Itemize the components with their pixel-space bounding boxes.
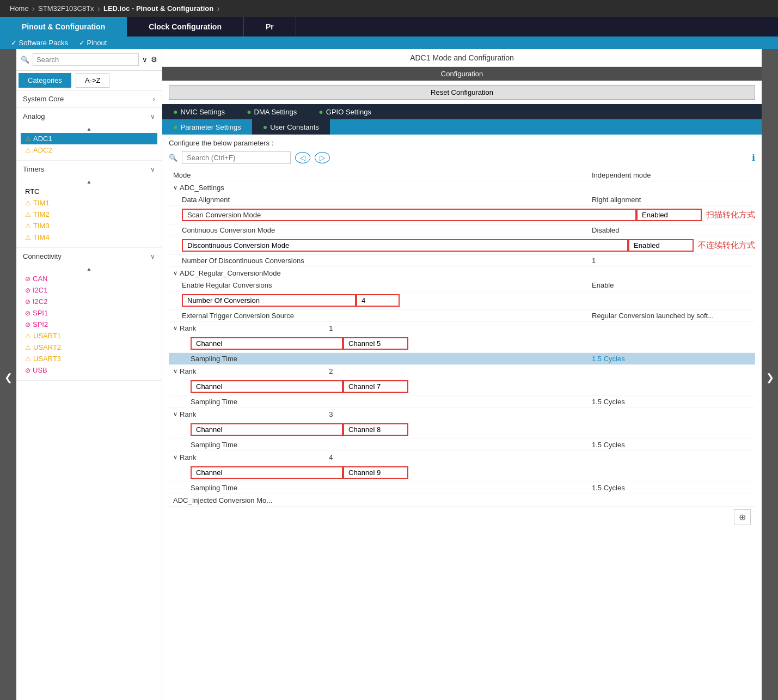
sub-tab-pinout[interactable]: ✓ Pinout bbox=[79, 39, 107, 47]
tab-pinout[interactable]: Pinout & Configuration bbox=[0, 17, 127, 36]
settings-tab-gpio[interactable]: ● GPIO Settings bbox=[308, 104, 382, 119]
analog-label: Analog bbox=[23, 112, 45, 120]
tab-project[interactable]: Pr bbox=[244, 17, 296, 36]
adc2-warning-icon: ⚠ bbox=[25, 147, 31, 154]
adc-regular-section-label[interactable]: ∨ ADC_Regular_ConversionMode bbox=[169, 267, 755, 279]
connectivity-scroll: ▲ bbox=[21, 265, 157, 273]
settings-tab-dma[interactable]: ● DMA Settings bbox=[236, 104, 308, 119]
rank4-chevron: ∨ bbox=[173, 454, 177, 461]
settings-tabs-row2: ● Parameter Settings ● User Constants bbox=[162, 119, 762, 135]
sidebar-item-tim1[interactable]: ⚠ TIM1 bbox=[21, 197, 157, 209]
rank4-value: 4 bbox=[329, 453, 333, 461]
sidebar-tab-az[interactable]: A->Z bbox=[76, 73, 110, 88]
rank1-label: Rank bbox=[180, 324, 196, 332]
sidebar-item-can[interactable]: ⊘ CAN bbox=[21, 273, 157, 284]
breadcrumb-home[interactable]: Home bbox=[7, 3, 32, 14]
connectivity-scroll-up[interactable]: ▲ bbox=[87, 266, 92, 272]
rank4-section-label[interactable]: ∨ Rank 4 bbox=[169, 451, 755, 464]
usart1-label: USART1 bbox=[33, 332, 61, 340]
sidebar-item-i2c2[interactable]: ⊘ I2C2 bbox=[21, 296, 157, 307]
adc-settings-label: ADC_Settings bbox=[180, 184, 224, 192]
analog-scroll-up[interactable]: ▲ bbox=[87, 126, 92, 132]
usb-label: USB bbox=[33, 366, 47, 374]
rank2-label: Rank bbox=[180, 367, 196, 375]
sidebar-item-i2c1[interactable]: ⊘ I2C1 bbox=[21, 284, 157, 296]
rtc-label: RTC bbox=[25, 187, 39, 196]
timers-scroll-up[interactable]: ▲ bbox=[87, 179, 92, 185]
rank1-channel-value: Channel 5 bbox=[343, 337, 408, 350]
rank1-section-label[interactable]: ∨ Rank 1 bbox=[169, 322, 755, 334]
main-layout: ❮ 🔍 ∨ ⚙ Categories A->Z System Core › bbox=[0, 49, 778, 700]
enable-regular-value: Enable bbox=[592, 281, 755, 289]
sidebar-item-adc2[interactable]: ⚠ ADC2 bbox=[21, 144, 157, 156]
param-search-input[interactable] bbox=[182, 151, 291, 164]
sidebar-item-rtc[interactable]: RTC bbox=[21, 186, 157, 197]
right-arrow-button[interactable]: ❯ bbox=[762, 49, 778, 700]
settings-tab-user-constants[interactable]: ● User Constants bbox=[252, 119, 330, 135]
rank2-channel-value: Channel 7 bbox=[343, 380, 408, 393]
dma-check-icon: ● bbox=[247, 107, 251, 116]
adc-injected-section-label[interactable]: ADC_Injected Conversion Mo... bbox=[169, 494, 755, 507]
adc2-label: ADC2 bbox=[33, 146, 52, 154]
num-conversion-label: Number Of Conversion bbox=[182, 294, 356, 307]
settings-gear-icon[interactable]: ⚙ bbox=[151, 56, 157, 64]
rank2-sampling-value: 1.5 Cycles bbox=[592, 398, 755, 406]
sidebar-item-spi1[interactable]: ⊘ SPI1 bbox=[21, 307, 157, 319]
rank2-sampling-label: Sampling Time bbox=[169, 398, 592, 406]
param-row-continuous: Continuous Conversion Mode Disabled bbox=[169, 224, 755, 236]
sidebar-tab-categories[interactable]: Categories bbox=[19, 73, 71, 88]
sidebar-item-tim4[interactable]: ⚠ TIM4 bbox=[21, 232, 157, 243]
settings-tab-nvic[interactable]: ● NVIC Settings bbox=[162, 104, 236, 119]
rank4-label: Rank bbox=[180, 453, 196, 461]
sidebar-item-tim2[interactable]: ⚠ TIM2 bbox=[21, 209, 157, 220]
search-input[interactable] bbox=[33, 53, 139, 66]
zoom-in-button[interactable]: ⊕ bbox=[734, 509, 751, 525]
sidebar-section-timers: Timers ∨ ▲ RTC ⚠ TIM1 ⚠ bbox=[16, 161, 162, 248]
param-panel: Configure the below parameters : 🔍 ◁ ▷ ℹ… bbox=[162, 135, 762, 700]
rank1-sampling-value: 1.5 Cycles bbox=[592, 355, 755, 363]
sidebar-item-spi2[interactable]: ⊘ SPI2 bbox=[21, 319, 157, 330]
tab-clock[interactable]: Clock Configuration bbox=[127, 17, 244, 36]
search-dropdown-icon[interactable]: ∨ bbox=[142, 56, 148, 64]
connectivity-chevron: ∨ bbox=[150, 253, 155, 260]
rank1-channel-label: Channel bbox=[191, 337, 343, 350]
param-row-rank1-sampling: Sampling Time 1.5 Cycles bbox=[169, 353, 755, 365]
search-next-button[interactable]: ▷ bbox=[315, 152, 330, 163]
param-header-text: Configure the below parameters : bbox=[169, 139, 755, 147]
sidebar-section-header-system-core[interactable]: System Core › bbox=[16, 90, 162, 107]
sidebar-item-usart2[interactable]: ⚠ USART2 bbox=[21, 342, 157, 353]
left-arrow-button[interactable]: ❮ bbox=[0, 49, 16, 700]
sidebar-item-usart3[interactable]: ⚠ USART3 bbox=[21, 353, 157, 364]
num-conversion-value: 4 bbox=[356, 294, 400, 307]
gpio-check-icon: ● bbox=[318, 107, 323, 116]
timers-items: ▲ RTC ⚠ TIM1 ⚠ TIM2 ⚠ TIM3 bbox=[16, 178, 162, 247]
breadcrumb-device[interactable]: STM32F103C8Tx bbox=[35, 3, 97, 14]
adc-settings-section-label[interactable]: ∨ ADC_Settings bbox=[169, 181, 755, 194]
sidebar-section-header-analog[interactable]: Analog ∨ bbox=[16, 108, 162, 125]
settings-tab-parameter[interactable]: ● Parameter Settings bbox=[162, 119, 252, 135]
analog-chevron: ∨ bbox=[150, 113, 155, 120]
continuous-value: Disabled bbox=[592, 226, 755, 234]
discontinuous-annotation: 不连续转化方式 bbox=[698, 240, 755, 251]
rank3-channel-label: Channel bbox=[191, 423, 343, 436]
rank3-section-label[interactable]: ∨ Rank 3 bbox=[169, 408, 755, 421]
param-row-rank4-sampling: Sampling Time 1.5 Cycles bbox=[169, 482, 755, 494]
sidebar-section-header-connectivity[interactable]: Connectivity ∨ bbox=[16, 248, 162, 265]
rank3-chevron: ∨ bbox=[173, 411, 177, 418]
rank2-section-label[interactable]: ∨ Rank 2 bbox=[169, 365, 755, 378]
reset-configuration-button[interactable]: Reset Configuration bbox=[169, 85, 755, 100]
user-const-tab-label: User Constants bbox=[270, 123, 319, 131]
sub-tab-software-packs[interactable]: ✓ Software Packs bbox=[11, 39, 68, 47]
scan-conversion-annotation: 扫描转化方式 bbox=[706, 210, 755, 220]
rank3-sampling-value: 1.5 Cycles bbox=[592, 441, 755, 449]
param-tab-label: Parameter Settings bbox=[180, 123, 241, 131]
rank3-channel-value: Channel 8 bbox=[343, 423, 408, 436]
sidebar-item-tim3[interactable]: ⚠ TIM3 bbox=[21, 220, 157, 232]
sidebar-item-usb[interactable]: ⊘ USB bbox=[21, 364, 157, 376]
search-prev-button[interactable]: ◁ bbox=[295, 152, 310, 163]
usart2-label: USART2 bbox=[33, 343, 61, 351]
sidebar-item-adc1[interactable]: ⚠ ADC1 bbox=[21, 133, 157, 144]
sidebar-section-header-timers[interactable]: Timers ∨ bbox=[16, 161, 162, 178]
sidebar-item-usart1[interactable]: ⚠ USART1 bbox=[21, 330, 157, 342]
i2c1-label: I2C1 bbox=[33, 286, 47, 294]
